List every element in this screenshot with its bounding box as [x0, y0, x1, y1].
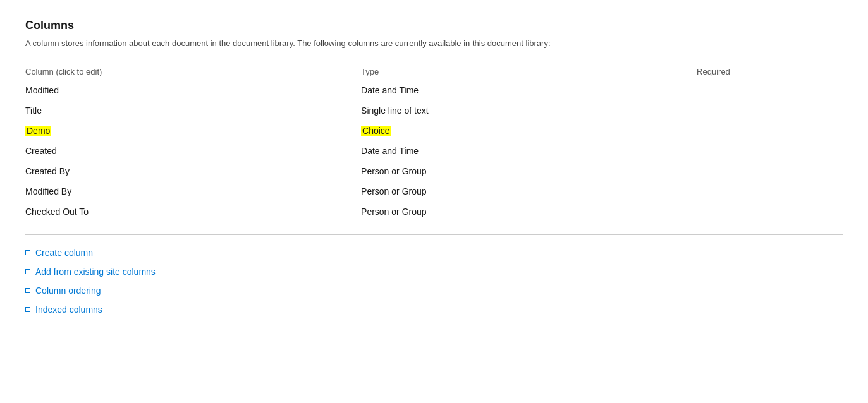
table-row[interactable]: TitleSingle line of text [25, 100, 843, 121]
bullet-icon-indexed-columns [25, 307, 30, 312]
column-required-modified-by [697, 181, 843, 202]
column-required-created-by [697, 161, 843, 181]
columns-table: Column (click to edit) Type Required Mod… [25, 63, 843, 222]
table-row[interactable]: DemoChoice [25, 121, 843, 141]
column-required-created [697, 141, 843, 161]
column-name-created-by[interactable]: Created By [25, 161, 361, 181]
link-item-indexed-columns: Indexed columns [25, 304, 843, 315]
column-required-demo [697, 121, 843, 141]
column-type-title: Single line of text [361, 100, 697, 121]
page-title: Columns [25, 19, 843, 32]
table-row[interactable]: Checked Out ToPerson or Group [25, 202, 843, 222]
column-type-modified: Date and Time [361, 80, 697, 100]
link-add-from-existing[interactable]: Add from existing site columns [35, 267, 156, 277]
link-column-ordering[interactable]: Column ordering [35, 286, 101, 296]
column-type-demo: Choice [361, 121, 697, 141]
table-row[interactable]: ModifiedDate and Time [25, 80, 843, 100]
column-required-modified [697, 80, 843, 100]
table-row[interactable]: Created ByPerson or Group [25, 161, 843, 181]
column-type-checked-out-to: Person or Group [361, 202, 697, 222]
column-required-title [697, 100, 843, 121]
header-required: Required [697, 63, 843, 80]
bullet-icon-add-from-existing [25, 269, 30, 274]
link-item-column-ordering: Column ordering [25, 286, 843, 296]
action-links: Create columnAdd from existing site colu… [25, 248, 843, 315]
table-row[interactable]: Modified ByPerson or Group [25, 181, 843, 202]
bullet-icon-column-ordering [25, 288, 30, 293]
table-row[interactable]: CreatedDate and Time [25, 141, 843, 161]
column-type-created: Date and Time [361, 141, 697, 161]
column-type-modified-by: Person or Group [361, 181, 697, 202]
link-item-create-column: Create column [25, 248, 843, 258]
bullet-icon-create-column [25, 250, 30, 255]
page-description: A column stores information about each d… [25, 39, 657, 48]
column-type-created-by: Person or Group [361, 161, 697, 181]
header-type: Type [361, 63, 697, 80]
column-name-modified-by[interactable]: Modified By [25, 181, 361, 202]
column-required-checked-out-to [697, 202, 843, 222]
section-divider [25, 234, 843, 235]
link-item-add-from-existing: Add from existing site columns [25, 267, 843, 277]
column-name-checked-out-to[interactable]: Checked Out To [25, 202, 361, 222]
header-column: Column (click to edit) [25, 63, 361, 80]
link-create-column[interactable]: Create column [35, 248, 93, 258]
column-name-title[interactable]: Title [25, 100, 361, 121]
column-name-modified[interactable]: Modified [25, 80, 361, 100]
column-name-demo[interactable]: Demo [25, 121, 361, 141]
column-name-created[interactable]: Created [25, 141, 361, 161]
link-indexed-columns[interactable]: Indexed columns [35, 304, 102, 315]
